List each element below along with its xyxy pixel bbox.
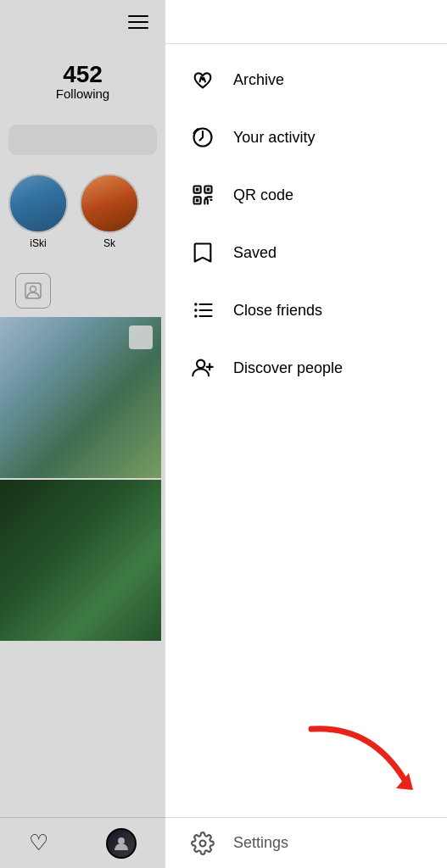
menu-item-discover-people[interactable]: Discover people <box>165 339 447 397</box>
profile-panel: 452 Following iSki Sk <box>0 0 165 868</box>
photo-grid <box>0 317 165 641</box>
saved-label: Saved <box>233 244 277 262</box>
following-count: 452 <box>63 63 103 86</box>
hamburger-button[interactable] <box>128 15 148 29</box>
activity-icon <box>189 124 216 151</box>
menu-item-saved[interactable]: Saved <box>165 224 447 281</box>
highlight-item[interactable]: iSki <box>8 174 68 249</box>
menu-item-settings[interactable]: Settings <box>165 817 447 868</box>
menu-panel: Archive Your activity <box>165 0 447 868</box>
discover-icon <box>189 354 216 381</box>
svg-rect-9 <box>196 199 199 203</box>
activity-label: Your activity <box>233 129 315 147</box>
menu-top-spacer <box>165 0 447 44</box>
svg-point-19 <box>200 840 206 846</box>
profile-stats: 452 Following <box>0 37 165 109</box>
svg-rect-7 <box>196 188 199 192</box>
profile-avatar[interactable] <box>106 828 137 859</box>
settings-icon <box>189 830 216 857</box>
menu-item-archive[interactable]: Archive <box>165 51 447 108</box>
qr-icon <box>189 181 216 209</box>
bottom-nav-left: ♡ <box>0 817 165 868</box>
saved-icon <box>189 239 216 266</box>
photo-item-2 <box>0 480 161 641</box>
discover-people-label: Discover people <box>233 359 343 377</box>
qr-label: QR code <box>233 186 293 204</box>
heart-icon[interactable]: ♡ <box>29 830 48 856</box>
following-label: Following <box>56 86 109 101</box>
hamburger-area <box>0 0 165 37</box>
svg-point-16 <box>197 360 204 368</box>
photo-item-1 <box>0 317 161 478</box>
archive-label: Archive <box>233 71 284 89</box>
settings-label: Settings <box>233 834 288 852</box>
close-friends-label: Close friends <box>233 302 322 320</box>
archive-icon <box>189 66 216 93</box>
menu-item-close-friends[interactable]: Close friends <box>165 281 447 339</box>
svg-point-10 <box>194 303 198 306</box>
close-friends-icon <box>189 297 216 324</box>
svg-point-12 <box>194 314 198 318</box>
highlight-label: iSki <box>30 237 46 249</box>
highlight-circle <box>80 174 139 233</box>
highlights-row: iSki Sk <box>0 167 165 256</box>
person-icon-area <box>0 256 165 317</box>
highlight-item[interactable]: Sk <box>80 174 139 249</box>
menu-item-qr-code[interactable]: QR code <box>165 166 447 224</box>
person-icon <box>15 273 51 309</box>
svg-rect-8 <box>207 188 210 192</box>
svg-point-1 <box>31 287 36 292</box>
highlight-circle <box>8 174 68 233</box>
highlight-label: Sk <box>103 237 115 249</box>
menu-item-your-activity[interactable]: Your activity <box>165 108 447 166</box>
svg-point-2 <box>118 837 125 844</box>
search-bar[interactable] <box>8 125 157 155</box>
svg-point-11 <box>194 309 198 312</box>
menu-items: Archive Your activity <box>165 44 447 817</box>
